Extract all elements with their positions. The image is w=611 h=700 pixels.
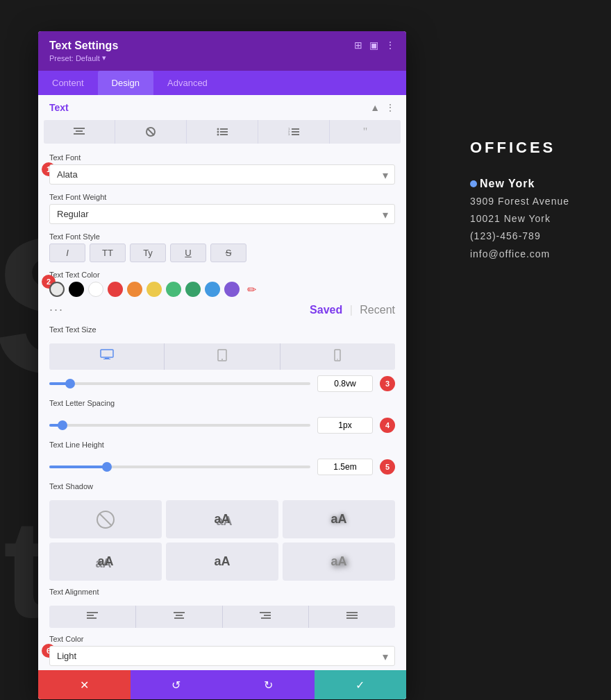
svg-text:3.: 3.: [288, 133, 290, 136]
format-ol-btn[interactable]: 1.2.3.: [258, 120, 330, 144]
size-tablet-btn[interactable]: [165, 343, 280, 370]
align-center-btn[interactable]: [136, 606, 223, 628]
text-shadow-group: Text Shadow: [38, 478, 406, 497]
letter-spacing-track[interactable]: [49, 424, 310, 427]
style-capitalize-btn[interactable]: Ty: [130, 244, 166, 262]
style-strikethrough-btn[interactable]: S: [210, 244, 246, 262]
svg-point-7: [217, 131, 219, 133]
text-size-input[interactable]: [317, 375, 373, 392]
text-alignment-label: Text Alignment: [49, 588, 395, 596]
more-icon[interactable]: ⋮: [385, 40, 395, 51]
format-ul-btn[interactable]: [187, 120, 258, 144]
panel-content: Text ▲ ⋮ 1.2.3. ": [38, 95, 406, 699]
font-weight-label: Text Font Weight: [49, 193, 395, 201]
color-swatch-black[interactable]: [69, 282, 84, 297]
color-swatch-transparent[interactable]: [49, 282, 65, 297]
color-picker-icon[interactable]: ✏: [244, 282, 259, 297]
align-right-btn[interactable]: [223, 606, 310, 628]
tab-advanced[interactable]: Advanced: [153, 71, 221, 95]
panel-title: Text Settings: [49, 40, 118, 52]
columns-icon[interactable]: ▣: [369, 40, 378, 51]
more-dots[interactable]: ···: [49, 302, 64, 317]
format-quote-btn[interactable]: ": [330, 120, 401, 144]
color-swatch-yellow[interactable]: [147, 282, 162, 297]
shadow-outline-btn[interactable]: aA: [166, 543, 278, 581]
svg-rect-16: [292, 134, 299, 135]
panel-tabs: Content Design Advanced: [38, 71, 406, 95]
svg-rect-19: [103, 359, 110, 359]
line-height-track[interactable]: [49, 466, 310, 468]
text-size-track[interactable]: [49, 382, 310, 385]
text-font-row: 1 Text Font Alata: [38, 149, 406, 189]
redo-button[interactable]: ↻: [222, 670, 315, 699]
office-street: 3909 Forest Avenue: [470, 193, 569, 210]
color-swatch-red[interactable]: [108, 282, 123, 297]
section-more-icon[interactable]: ⋮: [385, 102, 395, 113]
text-color-setting-label: Text Color: [49, 635, 395, 643]
svg-rect-12: [292, 128, 299, 130]
recent-link[interactable]: Recent: [360, 304, 395, 316]
svg-rect-29: [174, 612, 185, 613]
color-swatch-purple[interactable]: [224, 282, 240, 297]
badge-5: 5: [380, 459, 395, 475]
cancel-button[interactable]: ✕: [38, 670, 131, 699]
letter-spacing-slider-row: 4: [38, 414, 406, 436]
save-button[interactable]: ✓: [315, 670, 407, 699]
color-swatch-green-light[interactable]: [166, 282, 181, 297]
panel-header-left: Text Settings Preset: Default ▾: [49, 40, 118, 62]
style-italic-btn[interactable]: I: [49, 244, 85, 262]
align-justify-btn[interactable]: [309, 606, 395, 628]
align-left-btn[interactable]: [49, 606, 136, 628]
svg-rect-17: [101, 350, 113, 357]
panel-preset[interactable]: Preset: Default ▾: [49, 53, 118, 62]
svg-rect-35: [346, 612, 358, 613]
shadow-right-btn[interactable]: aA: [166, 500, 278, 538]
svg-line-25: [99, 513, 112, 526]
offices-panel: OFFICES New York 3909 Forest Avenue 1002…: [470, 139, 569, 268]
shadow-none-btn[interactable]: [49, 500, 162, 538]
color-swatch-white[interactable]: [88, 282, 103, 297]
align-buttons: [49, 606, 395, 628]
undo-button[interactable]: ↺: [131, 670, 223, 699]
text-font-select[interactable]: Alata: [49, 164, 395, 185]
font-weight-select[interactable]: Regular: [49, 204, 395, 224]
format-center-btn[interactable]: [44, 120, 115, 144]
settings-icon[interactable]: ⊞: [354, 40, 362, 51]
saved-link[interactable]: Saved: [310, 304, 342, 316]
line-height-input[interactable]: [317, 459, 373, 475]
svg-point-21: [221, 359, 223, 360]
tab-content[interactable]: Content: [38, 71, 98, 95]
shadow-bottom-left-btn[interactable]: aA: [49, 543, 162, 581]
text-color-setting-row: 6 Text Color Light: [38, 631, 406, 670]
svg-rect-28: [87, 617, 97, 619]
color-swatch-orange[interactable]: [127, 282, 142, 297]
size-desktop-btn[interactable]: [49, 343, 165, 370]
tab-design[interactable]: Design: [98, 71, 153, 95]
letter-spacing-input[interactable]: [317, 417, 373, 434]
style-uppercase-btn[interactable]: TT: [90, 244, 126, 262]
color-swatch-blue[interactable]: [205, 282, 220, 297]
format-toolbar: 1.2.3. ": [44, 120, 401, 144]
svg-rect-27: [87, 615, 94, 616]
section-icons: ▲ ⋮: [370, 102, 395, 113]
line-height-thumb[interactable]: [102, 462, 112, 472]
office-zip-city: 10021 New York: [470, 210, 569, 228]
text-size-thumb[interactable]: [65, 379, 75, 389]
shadow-strong-btn[interactable]: aA: [283, 543, 395, 581]
section-title: Text: [49, 102, 69, 113]
text-color-setting-select[interactable]: Light: [49, 646, 395, 666]
format-clear-btn[interactable]: [115, 120, 187, 144]
collapse-icon[interactable]: ▲: [370, 102, 380, 113]
letter-spacing-thumb[interactable]: [58, 420, 67, 430]
office-email: info@office.com: [470, 246, 569, 263]
color-saved-row: ··· Saved | Recent: [38, 301, 406, 321]
shadow-spread-btn[interactable]: aA: [283, 500, 395, 538]
color-swatch-green[interactable]: [185, 282, 201, 297]
style-underline-btn[interactable]: U: [170, 244, 206, 262]
size-device-buttons: [49, 343, 395, 370]
section-header: Text ▲ ⋮: [38, 95, 406, 120]
text-font-weight-group: Text Font Weight Regular: [38, 189, 406, 228]
size-mobile-btn[interactable]: [281, 343, 395, 370]
svg-point-9: [217, 134, 219, 136]
text-size-label: Text Text Size: [49, 325, 395, 334]
